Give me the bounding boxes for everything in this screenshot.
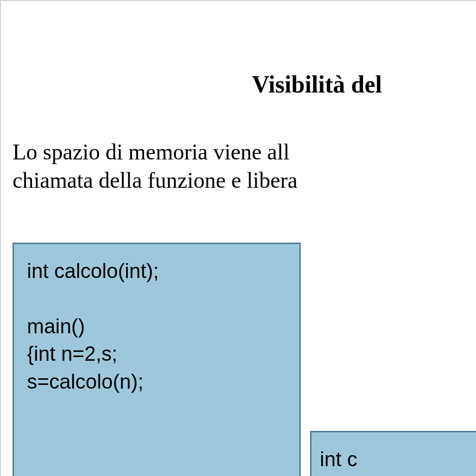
code-blank-line: [27, 284, 286, 312]
body-line-2: chiamata della funzione e libera: [13, 166, 476, 194]
body-line-1: Lo spazio di memoria viene all: [13, 138, 476, 166]
code-line: main(): [27, 312, 286, 340]
code-line: int calcolo(int);: [27, 257, 286, 284]
code-line: {int n=2,s;: [27, 340, 286, 367]
slide-title: Visibilità del: [1, 1, 476, 98]
slide-body: Lo spazio di memoria viene all chiamata …: [1, 98, 476, 195]
code-box-left: int calcolo(int); main() {int n=2,s; s=c…: [13, 243, 301, 476]
code-line: int c: [320, 445, 472, 473]
code-box-right: int c: [310, 431, 476, 476]
code-line: s=calcolo(n);: [27, 368, 286, 395]
